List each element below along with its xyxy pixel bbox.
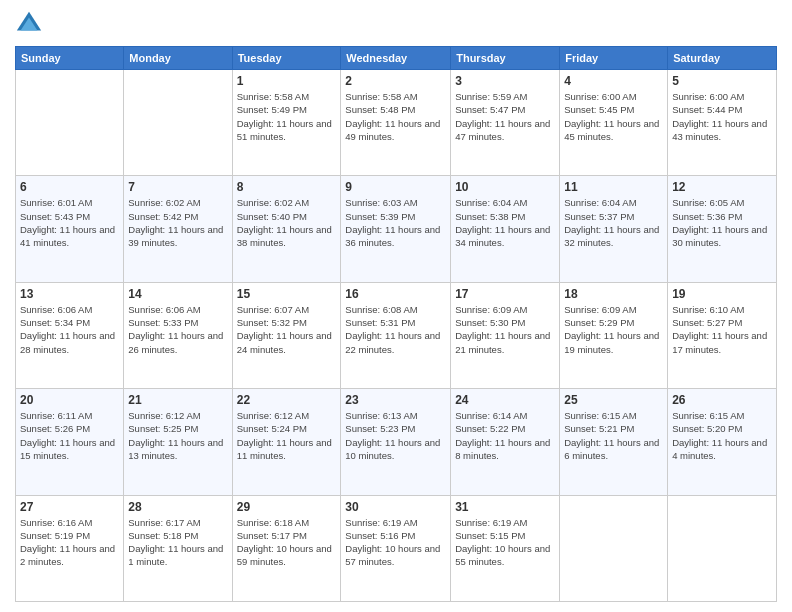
calendar-cell: 30Sunrise: 6:19 AM Sunset: 5:16 PM Dayli… [341,495,451,601]
calendar-cell: 13Sunrise: 6:06 AM Sunset: 5:34 PM Dayli… [16,282,124,388]
day-number: 21 [128,393,227,407]
day-info: Sunrise: 6:02 AM Sunset: 5:42 PM Dayligh… [128,196,227,249]
calendar-cell: 16Sunrise: 6:08 AM Sunset: 5:31 PM Dayli… [341,282,451,388]
day-info: Sunrise: 6:06 AM Sunset: 5:33 PM Dayligh… [128,303,227,356]
day-info: Sunrise: 6:08 AM Sunset: 5:31 PM Dayligh… [345,303,446,356]
day-info: Sunrise: 6:07 AM Sunset: 5:32 PM Dayligh… [237,303,337,356]
calendar-cell: 31Sunrise: 6:19 AM Sunset: 5:15 PM Dayli… [451,495,560,601]
day-number: 18 [564,287,663,301]
day-number: 3 [455,74,555,88]
calendar-cell: 10Sunrise: 6:04 AM Sunset: 5:38 PM Dayli… [451,176,560,282]
day-info: Sunrise: 6:14 AM Sunset: 5:22 PM Dayligh… [455,409,555,462]
day-number: 7 [128,180,227,194]
day-number: 8 [237,180,337,194]
day-info: Sunrise: 6:00 AM Sunset: 5:45 PM Dayligh… [564,90,663,143]
day-info: Sunrise: 6:12 AM Sunset: 5:25 PM Dayligh… [128,409,227,462]
day-info: Sunrise: 6:15 AM Sunset: 5:20 PM Dayligh… [672,409,772,462]
week-row-1: 6Sunrise: 6:01 AM Sunset: 5:43 PM Daylig… [16,176,777,282]
day-info: Sunrise: 6:17 AM Sunset: 5:18 PM Dayligh… [128,516,227,569]
calendar-cell: 12Sunrise: 6:05 AM Sunset: 5:36 PM Dayli… [668,176,777,282]
calendar-cell: 8Sunrise: 6:02 AM Sunset: 5:40 PM Daylig… [232,176,341,282]
day-header-saturday: Saturday [668,47,777,70]
calendar-cell: 6Sunrise: 6:01 AM Sunset: 5:43 PM Daylig… [16,176,124,282]
day-info: Sunrise: 6:04 AM Sunset: 5:37 PM Dayligh… [564,196,663,249]
day-number: 9 [345,180,446,194]
logo-icon [15,10,43,38]
calendar-cell: 2Sunrise: 5:58 AM Sunset: 5:48 PM Daylig… [341,70,451,176]
calendar-cell: 1Sunrise: 5:58 AM Sunset: 5:49 PM Daylig… [232,70,341,176]
day-info: Sunrise: 6:09 AM Sunset: 5:29 PM Dayligh… [564,303,663,356]
day-number: 10 [455,180,555,194]
day-number: 14 [128,287,227,301]
day-number: 13 [20,287,119,301]
logo [15,10,47,38]
day-info: Sunrise: 6:13 AM Sunset: 5:23 PM Dayligh… [345,409,446,462]
calendar-cell [668,495,777,601]
day-number: 29 [237,500,337,514]
day-info: Sunrise: 6:15 AM Sunset: 5:21 PM Dayligh… [564,409,663,462]
day-info: Sunrise: 6:02 AM Sunset: 5:40 PM Dayligh… [237,196,337,249]
day-number: 20 [20,393,119,407]
day-number: 15 [237,287,337,301]
day-info: Sunrise: 6:12 AM Sunset: 5:24 PM Dayligh… [237,409,337,462]
calendar-cell: 24Sunrise: 6:14 AM Sunset: 5:22 PM Dayli… [451,389,560,495]
day-info: Sunrise: 6:04 AM Sunset: 5:38 PM Dayligh… [455,196,555,249]
day-number: 6 [20,180,119,194]
day-number: 24 [455,393,555,407]
day-info: Sunrise: 6:05 AM Sunset: 5:36 PM Dayligh… [672,196,772,249]
calendar-cell [124,70,232,176]
day-info: Sunrise: 6:11 AM Sunset: 5:26 PM Dayligh… [20,409,119,462]
day-header-monday: Monday [124,47,232,70]
week-row-0: 1Sunrise: 5:58 AM Sunset: 5:49 PM Daylig… [16,70,777,176]
week-row-3: 20Sunrise: 6:11 AM Sunset: 5:26 PM Dayli… [16,389,777,495]
day-info: Sunrise: 6:18 AM Sunset: 5:17 PM Dayligh… [237,516,337,569]
week-row-2: 13Sunrise: 6:06 AM Sunset: 5:34 PM Dayli… [16,282,777,388]
day-info: Sunrise: 5:59 AM Sunset: 5:47 PM Dayligh… [455,90,555,143]
day-number: 17 [455,287,555,301]
day-info: Sunrise: 6:09 AM Sunset: 5:30 PM Dayligh… [455,303,555,356]
calendar-cell: 14Sunrise: 6:06 AM Sunset: 5:33 PM Dayli… [124,282,232,388]
day-info: Sunrise: 6:03 AM Sunset: 5:39 PM Dayligh… [345,196,446,249]
calendar-cell: 15Sunrise: 6:07 AM Sunset: 5:32 PM Dayli… [232,282,341,388]
day-number: 12 [672,180,772,194]
day-info: Sunrise: 6:16 AM Sunset: 5:19 PM Dayligh… [20,516,119,569]
days-header-row: SundayMondayTuesdayWednesdayThursdayFrid… [16,47,777,70]
day-info: Sunrise: 5:58 AM Sunset: 5:49 PM Dayligh… [237,90,337,143]
day-info: Sunrise: 6:00 AM Sunset: 5:44 PM Dayligh… [672,90,772,143]
calendar-cell: 3Sunrise: 5:59 AM Sunset: 5:47 PM Daylig… [451,70,560,176]
calendar-cell: 5Sunrise: 6:00 AM Sunset: 5:44 PM Daylig… [668,70,777,176]
calendar-cell: 20Sunrise: 6:11 AM Sunset: 5:26 PM Dayli… [16,389,124,495]
day-header-thursday: Thursday [451,47,560,70]
day-info: Sunrise: 6:01 AM Sunset: 5:43 PM Dayligh… [20,196,119,249]
day-header-sunday: Sunday [16,47,124,70]
calendar-cell: 4Sunrise: 6:00 AM Sunset: 5:45 PM Daylig… [560,70,668,176]
calendar-cell [560,495,668,601]
calendar-cell: 19Sunrise: 6:10 AM Sunset: 5:27 PM Dayli… [668,282,777,388]
day-number: 22 [237,393,337,407]
calendar-table: SundayMondayTuesdayWednesdayThursdayFrid… [15,46,777,602]
day-number: 26 [672,393,772,407]
calendar-cell: 21Sunrise: 6:12 AM Sunset: 5:25 PM Dayli… [124,389,232,495]
day-number: 1 [237,74,337,88]
header [15,10,777,38]
day-number: 28 [128,500,227,514]
day-info: Sunrise: 5:58 AM Sunset: 5:48 PM Dayligh… [345,90,446,143]
day-info: Sunrise: 6:19 AM Sunset: 5:15 PM Dayligh… [455,516,555,569]
day-header-wednesday: Wednesday [341,47,451,70]
day-number: 23 [345,393,446,407]
day-info: Sunrise: 6:19 AM Sunset: 5:16 PM Dayligh… [345,516,446,569]
calendar-cell: 9Sunrise: 6:03 AM Sunset: 5:39 PM Daylig… [341,176,451,282]
calendar-cell: 23Sunrise: 6:13 AM Sunset: 5:23 PM Dayli… [341,389,451,495]
calendar-cell [16,70,124,176]
calendar-cell: 25Sunrise: 6:15 AM Sunset: 5:21 PM Dayli… [560,389,668,495]
day-number: 27 [20,500,119,514]
calendar-cell: 27Sunrise: 6:16 AM Sunset: 5:19 PM Dayli… [16,495,124,601]
day-number: 5 [672,74,772,88]
calendar-cell: 28Sunrise: 6:17 AM Sunset: 5:18 PM Dayli… [124,495,232,601]
calendar-cell: 11Sunrise: 6:04 AM Sunset: 5:37 PM Dayli… [560,176,668,282]
day-number: 30 [345,500,446,514]
day-number: 11 [564,180,663,194]
calendar-cell: 26Sunrise: 6:15 AM Sunset: 5:20 PM Dayli… [668,389,777,495]
day-number: 2 [345,74,446,88]
day-header-tuesday: Tuesday [232,47,341,70]
